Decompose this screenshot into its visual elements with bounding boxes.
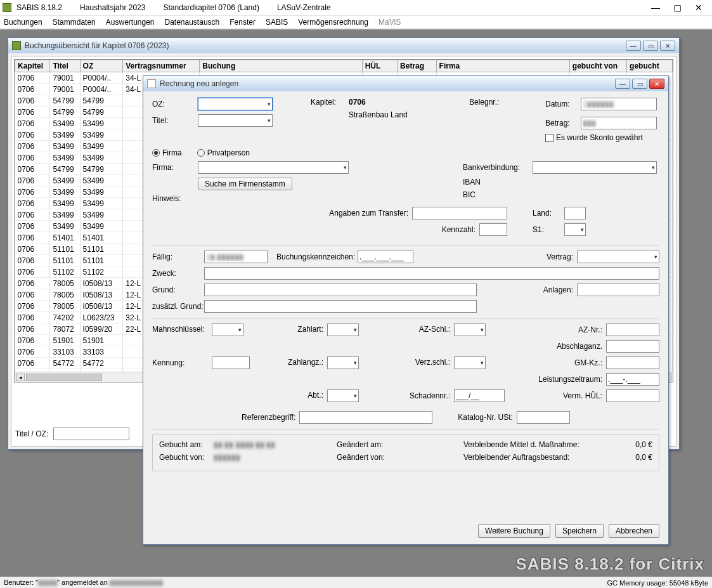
menu-auswertungen[interactable]: Auswertungen: [106, 18, 155, 27]
status-bar: Benutzer: "▮▮▮▮▮" angemeldet an ▮▮▮▮▮▮▮▮…: [0, 577, 712, 588]
scroll-thumb[interactable]: [26, 374, 102, 381]
menu-fenster[interactable]: Fenster: [230, 18, 256, 27]
s1-combo[interactable]: [564, 223, 586, 236]
close-button[interactable]: ✕: [688, 1, 709, 15]
dialog-title: Rechnung neu anlegen: [160, 79, 238, 88]
dialog-footer-box: Gebucht am:▮▮ ▮▮ ▮▮▮▮ ▮▮ ▮▮ Gebucht von:…: [152, 434, 659, 471]
firma-radio[interactable]: [152, 149, 160, 157]
katalog-field[interactable]: [517, 411, 570, 424]
datum-field[interactable]: [581, 98, 657, 110]
privat-radio[interactable]: [197, 149, 205, 157]
menu-vermoegen[interactable]: Vermögensrechnung: [298, 18, 368, 27]
app-icon: [3, 3, 11, 12]
anlagen-field[interactable]: [577, 284, 659, 296]
auftrag-label: Verbleibender Auftragsbestand:: [463, 453, 569, 462]
maximize-button[interactable]: ▢: [666, 1, 688, 15]
aznr-label: AZ-Nr.:: [578, 325, 602, 334]
skonto-checkbox[interactable]: [545, 134, 553, 142]
bkz-field[interactable]: [358, 251, 413, 263]
refbegriff-field[interactable]: [299, 411, 432, 424]
transfer-field[interactable]: [412, 207, 507, 219]
overview-titlebar[interactable]: Buchungsübersicht für Kapitel 0706 (2023…: [8, 38, 679, 53]
azschl-label: AZ-Schl.:: [393, 325, 450, 334]
lzeit-field[interactable]: [606, 373, 659, 386]
betrag-field[interactable]: [581, 117, 657, 129]
overview-close-button[interactable]: ✕: [660, 41, 675, 51]
zahlangz-combo[interactable]: [327, 356, 359, 369]
app-name: SABIS 8.18.2: [16, 3, 62, 12]
verzschl-label: Verz.schl.:: [393, 358, 450, 367]
column-header[interactable]: gebucht von: [569, 60, 626, 72]
menu-stammdaten[interactable]: Stammdaten: [53, 18, 96, 27]
abt-combo[interactable]: [327, 389, 359, 402]
column-header[interactable]: gebucht: [627, 60, 673, 72]
column-header[interactable]: Vertragsnummer: [123, 60, 200, 72]
auftrag-value: 0,0 €: [635, 453, 652, 462]
dialog-maximize-button[interactable]: ▭: [632, 79, 647, 89]
geaendert-von-label: Geändert von:: [337, 453, 385, 462]
vermhul-label: Verm. HÜL:: [563, 391, 602, 400]
zweck-field[interactable]: [204, 267, 659, 280]
gmkz-field[interactable]: [606, 356, 659, 369]
titel-combo[interactable]: [198, 114, 273, 127]
more-booking-button[interactable]: Weitere Buchung: [478, 524, 550, 538]
mahn-label: Mahnschlüssel:: [152, 325, 212, 334]
menu-buchungen[interactable]: Buchungen: [4, 18, 42, 27]
filter-input[interactable]: [53, 428, 129, 440]
dialog-icon: [147, 79, 156, 88]
betrag-label: Betrag:: [545, 119, 581, 127]
transfer-label: Angaben zum Transfer:: [329, 209, 408, 218]
column-header[interactable]: OZ: [80, 60, 123, 72]
menu-datenaustausch[interactable]: Datenaustausch: [165, 18, 220, 27]
schadennr-field[interactable]: [454, 389, 505, 402]
minimize-button[interactable]: —: [645, 1, 666, 15]
column-header[interactable]: HÜL: [362, 60, 397, 72]
overview-minimize-button[interactable]: —: [626, 41, 641, 51]
dialog-minimize-button[interactable]: —: [615, 79, 630, 89]
titel-label: Titel:: [152, 116, 198, 125]
menu-mavis[interactable]: MaViS: [379, 18, 401, 27]
azschl-combo[interactable]: [454, 323, 486, 336]
scroll-left-icon[interactable]: ◂: [16, 374, 25, 381]
gmkz-label: GM-Kz.:: [574, 358, 602, 367]
dialog-close-button[interactable]: ✕: [649, 79, 664, 89]
search-firm-button[interactable]: Suche im Firmenstamm: [198, 178, 292, 190]
faellig-field[interactable]: [204, 251, 268, 263]
column-header[interactable]: Kapitel: [15, 60, 50, 72]
zahlart-combo[interactable]: [327, 323, 359, 336]
aznr-field[interactable]: [606, 323, 659, 336]
privat-radio-label: Privatperson: [207, 148, 250, 157]
kennzahl-field[interactable]: [479, 223, 507, 236]
vertrag-combo[interactable]: [577, 251, 659, 263]
verzschl-combo[interactable]: [454, 356, 486, 369]
column-header[interactable]: Titel: [50, 60, 80, 72]
window-icon: [12, 41, 21, 50]
gebucht-am-label: Gebucht am:: [159, 440, 214, 449]
land-field[interactable]: [564, 207, 586, 219]
column-header[interactable]: Firma: [436, 60, 569, 72]
overview-maximize-button[interactable]: ▭: [643, 41, 658, 51]
abt-label: Abt.:: [279, 391, 323, 400]
zgrund-field[interactable]: [204, 300, 477, 313]
save-button[interactable]: Speichern: [555, 524, 604, 538]
dialog-titlebar[interactable]: Rechnung neu anlegen — ▭ ✕: [143, 76, 668, 91]
bank-combo[interactable]: [533, 161, 657, 174]
grund-field[interactable]: [204, 284, 477, 296]
kapitel-value: 0706: [349, 98, 366, 107]
status-memory: GC Memory usage: 55048 kByte: [607, 579, 708, 587]
vermhul-field[interactable]: [606, 389, 659, 402]
oz-combo[interactable]: [198, 98, 273, 110]
menu-sabis[interactable]: SABIS: [266, 18, 288, 27]
cancel-button[interactable]: Abbrechen: [609, 524, 659, 538]
iban-label: IBAN: [463, 178, 533, 186]
column-header[interactable]: Buchung: [200, 60, 362, 72]
abschlag-field[interactable]: [606, 340, 659, 353]
column-header[interactable]: Betrag: [398, 60, 437, 72]
s1-label: S1:: [533, 225, 564, 234]
gebucht-am-value: ▮▮ ▮▮ ▮▮▮▮ ▮▮ ▮▮: [214, 440, 275, 449]
mahn-combo[interactable]: [212, 323, 243, 336]
firma-combo[interactable]: [198, 161, 349, 174]
kennung-field[interactable]: [212, 356, 250, 369]
skonto-label: Es wurde Skonto gewährt: [556, 133, 643, 142]
land-label: Land:: [533, 209, 564, 218]
